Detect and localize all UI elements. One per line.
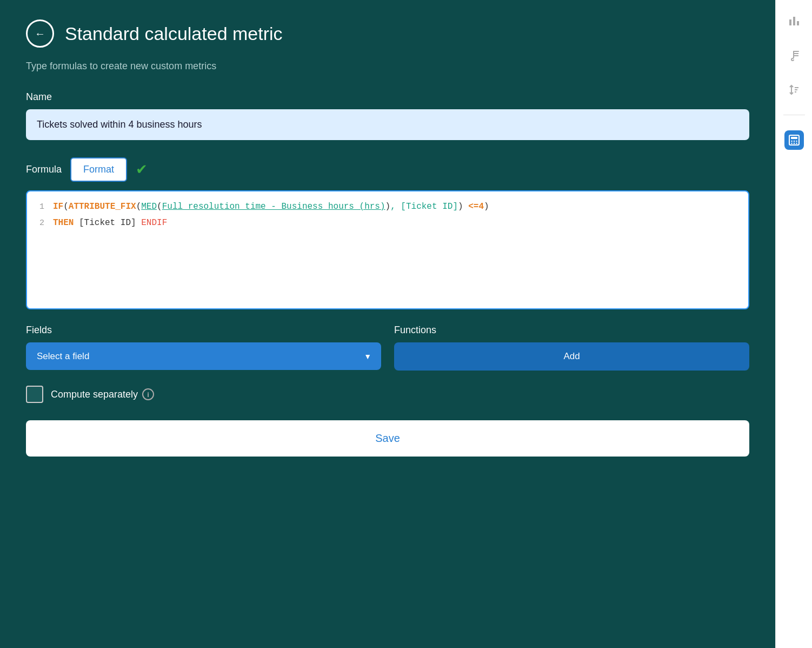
compute-row: Compute separately i [26, 386, 749, 403]
info-icon[interactable]: i [142, 388, 154, 400]
compute-checkbox[interactable] [26, 386, 43, 403]
svg-rect-0 [789, 19, 791, 25]
checkmark-icon: ✔ [136, 161, 148, 178]
svg-point-14 [791, 143, 792, 144]
svg-rect-2 [797, 21, 799, 25]
brush-icon[interactable] [784, 45, 804, 65]
main-content: ← Standard calculated metric Type formul… [0, 0, 775, 648]
select-field[interactable]: Select a field Ticket ID Full resolution… [26, 342, 381, 370]
formula-label: Formula [26, 164, 62, 175]
fields-col: Fields Select a field Ticket ID Full res… [26, 325, 381, 371]
compute-label: Compute separately i [51, 388, 154, 400]
back-button[interactable]: ← [26, 19, 54, 48]
svg-point-12 [793, 141, 794, 142]
svg-point-11 [791, 141, 792, 142]
name-section: Name [26, 91, 749, 157]
bar-chart-icon[interactable] [784, 11, 804, 30]
code-content-2: THEN [Ticket ID] ENDIF [53, 216, 167, 229]
add-button[interactable]: Add [394, 342, 749, 371]
functions-col: Functions Add [394, 325, 749, 371]
kw-endif: ENDIF [141, 218, 167, 228]
subtitle: Type formulas to create new custom metri… [26, 61, 749, 72]
line-number-2: 2 [36, 219, 44, 228]
back-arrow-icon: ← [35, 28, 45, 40]
code-line-1: 1 IF(ATTRIBUTE_FIX(MED(Full resolution t… [36, 200, 740, 213]
name-label: Name [26, 91, 749, 103]
save-button[interactable]: Save [26, 420, 749, 457]
svg-rect-10 [791, 137, 797, 139]
functions-label: Functions [394, 325, 749, 336]
name-input[interactable] [26, 109, 749, 140]
kw-if: IF [53, 202, 63, 211]
formula-row: Formula Format ✔ [26, 157, 749, 182]
svg-point-13 [796, 141, 797, 142]
page-title: Standard calculated metric [65, 23, 283, 44]
svg-rect-1 [793, 17, 795, 25]
format-button[interactable]: Format [70, 157, 127, 182]
calculator-icon[interactable] [784, 130, 804, 150]
code-line-2: 2 THEN [Ticket ID] ENDIF [36, 216, 740, 229]
select-field-wrapper: Select a field Ticket ID Full resolution… [26, 342, 381, 370]
sidebar [775, 0, 812, 648]
line-number-1: 1 [36, 202, 44, 211]
code-editor[interactable]: 1 IF(ATTRIBUTE_FIX(MED(Full resolution t… [26, 190, 749, 309]
fields-functions-row: Fields Select a field Ticket ID Full res… [26, 325, 749, 371]
svg-point-16 [796, 143, 797, 144]
kw-then: THEN [53, 218, 74, 228]
header: ← Standard calculated metric [26, 19, 749, 48]
sort-icon[interactable] [784, 80, 804, 100]
fields-label: Fields [26, 325, 381, 336]
code-content-1: IF(ATTRIBUTE_FIX(MED(Full resolution tim… [53, 200, 489, 213]
svg-point-15 [793, 143, 794, 144]
sidebar-divider [783, 115, 805, 115]
